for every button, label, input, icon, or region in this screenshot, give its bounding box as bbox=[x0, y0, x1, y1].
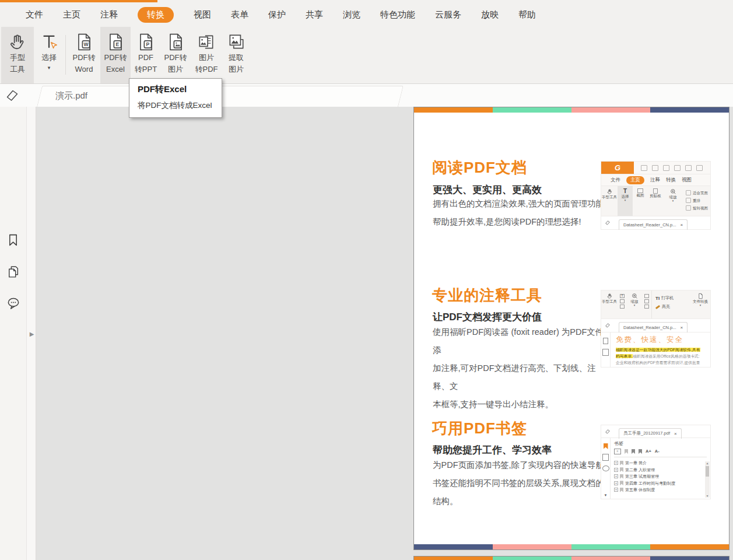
bookmark-tree: +第一章 简介 +第二章 入职管理 +第三章 试用期管理 +第四章 工作时间与考… bbox=[614, 460, 707, 494]
pdf-to-image-button[interactable]: PDF转 图片 bbox=[160, 27, 191, 83]
mini-zoom-icon bbox=[670, 188, 676, 195]
convert-toolbar: 手型 工具 选择 ▾ W PDF转 Word bbox=[0, 27, 733, 84]
extract-image-button[interactable]: 提取 图片 bbox=[222, 27, 251, 83]
pdf-to-excel-icon: E bbox=[106, 32, 125, 52]
thumb2-tool-stack-left: T bbox=[618, 290, 627, 318]
mini-clipboard-tool: 剪贴板 bbox=[648, 186, 663, 216]
menu-present[interactable]: 放映 bbox=[481, 9, 499, 20]
mini-tab-convert: 转换 bbox=[666, 177, 676, 184]
thumb1-window-icons bbox=[634, 162, 710, 174]
select-tool-button[interactable]: 选择 ▾ bbox=[35, 27, 63, 83]
bookmark-tree-item: +第四章 工作时间与考勤制度 bbox=[614, 480, 707, 487]
menu-cloud[interactable]: 云服务 bbox=[435, 9, 461, 20]
menu-home[interactable]: 主页 bbox=[63, 9, 80, 20]
image-to-pdf-button[interactable]: 图片 转PDF bbox=[191, 27, 222, 83]
image-to-pdf-icon bbox=[197, 32, 216, 52]
mini-zoom-icon bbox=[632, 293, 638, 299]
image-to-pdf-label-1: 图片 bbox=[199, 52, 214, 64]
mini-zoom-tool: 缩放 ▾ bbox=[665, 186, 681, 216]
thumb2-doc-tab: Datasheet_Reader_CN.p... × bbox=[619, 322, 688, 332]
colorbar-segment-orange bbox=[650, 544, 729, 550]
comment-bubble-icon bbox=[6, 296, 21, 311]
mini-pages-icon bbox=[602, 349, 609, 356]
panel-expander-handle[interactable]: ▶ bbox=[28, 328, 36, 340]
thumb2-doc-tab-row: Datasheet_Reader_CN.p... × bbox=[601, 319, 711, 332]
menu-browse[interactable]: 浏览 bbox=[343, 9, 360, 20]
menu-view[interactable]: 视图 bbox=[194, 9, 211, 20]
pdf-to-image-label-1: PDF转 bbox=[164, 52, 187, 64]
pdf-to-word-button[interactable]: W PDF转 Word bbox=[68, 27, 100, 83]
tooltip-description: 将PDF文档转成Excel bbox=[138, 100, 213, 111]
mini-file-convert-tool: 文件转换 ▾ bbox=[692, 290, 709, 318]
select-dropdown-icon[interactable]: ▾ bbox=[48, 65, 51, 70]
mini-scrollbar: ▲ ▼ bbox=[705, 461, 710, 498]
comments-panel-button[interactable] bbox=[0, 292, 26, 315]
thumb1-doc-tab: Datasheet_Reader_CN.p... × bbox=[619, 219, 688, 230]
mini-comment-icon bbox=[602, 466, 609, 471]
colorbar-segment-teal bbox=[493, 107, 571, 113]
thumb3-bookmark-panel: 书签 ≡ A+ A- +第一章 简介 bbox=[611, 438, 710, 499]
bookmarks-panel-button[interactable] bbox=[0, 228, 26, 251]
mini-hand-tool: 手型工具 bbox=[601, 186, 618, 216]
bookmark-tree-item: +第一章 简介 bbox=[614, 460, 707, 467]
mini-save-icon bbox=[652, 165, 658, 171]
extract-image-label-2: 图片 bbox=[229, 64, 244, 75]
bookmark-tree-item: +第五章 休假制度 bbox=[614, 487, 707, 494]
hand-tool-button[interactable]: 手型 工具 bbox=[1, 27, 34, 83]
thumb1-menu-tabs: 文件 主页 注释 转换 视图 bbox=[601, 174, 711, 186]
menu-share[interactable]: 共享 bbox=[306, 9, 323, 20]
menu-protect[interactable]: 保护 bbox=[268, 9, 286, 20]
mini-select-icon: T bbox=[620, 294, 625, 298]
colorbar-segment-navy bbox=[414, 544, 493, 550]
mini-bookmark-icon-active bbox=[604, 443, 608, 449]
menu-convert-active[interactable]: 转换 bbox=[138, 7, 174, 23]
thumb1-doc-tab-row: Datasheet_Reader_CN.p... × bbox=[601, 216, 711, 230]
mini-hand-icon bbox=[606, 188, 613, 195]
colorbar-segment-orange bbox=[414, 556, 493, 560]
pdf-to-excel-button[interactable]: E PDF转 Excel bbox=[100, 27, 131, 83]
menu-file[interactable]: 文件 bbox=[26, 9, 43, 20]
pdf-to-excel-label-2: Excel bbox=[106, 64, 125, 75]
section2-heading: 专业的注释工具 bbox=[432, 285, 542, 306]
mini-font-increase-icon: A+ bbox=[646, 449, 651, 454]
extract-image-label-1: 提取 bbox=[229, 52, 244, 64]
pdf-to-word-label-2: Word bbox=[75, 64, 93, 75]
pdf-to-excel-label-1: PDF转 bbox=[104, 52, 127, 64]
thumb2-nav-rail bbox=[601, 332, 611, 367]
mini-zoom-tool: 缩放 ▾ bbox=[627, 290, 642, 318]
colorbar-segment-orange bbox=[414, 107, 493, 113]
menu-features[interactable]: 特色功能 bbox=[380, 9, 415, 20]
thumb1-foxit-logo: G bbox=[601, 162, 634, 174]
menu-form[interactable]: 表单 bbox=[231, 9, 248, 20]
screenshot-thumb-bookmark-ui: 员工手册_20120917.pdf × ▼ 书签 ≡ bbox=[601, 425, 711, 499]
pdf-to-image-icon bbox=[166, 32, 185, 52]
pdf-page: 阅读PDF文档 更强大、更实用、更高效 拥有出色的文档渲染效果,强大的页面管理功… bbox=[413, 107, 730, 550]
section2-subheading: 让PDF文档发挥更大价值 bbox=[433, 310, 542, 324]
mini-fitpage-icon bbox=[644, 294, 649, 298]
thumb3-nav-rail: ▼ bbox=[601, 438, 611, 499]
mini-highlighter-icon bbox=[655, 304, 660, 309]
mini-rotate-icon bbox=[644, 304, 649, 309]
pdf-to-ppt-label-1: PDF bbox=[138, 52, 153, 64]
colorbar-segment-teal bbox=[571, 544, 650, 550]
pdf-to-ppt-icon: P bbox=[136, 32, 156, 52]
pdf-to-ppt-button[interactable]: P PDF 转PPT bbox=[132, 27, 160, 83]
menu-comment[interactable]: 注释 bbox=[100, 9, 118, 20]
highlighted-text-line2: 档与表单. bbox=[616, 354, 633, 358]
pages-panel-button[interactable] bbox=[0, 260, 26, 283]
document-canvas[interactable]: 阅读PDF文档 更强大、更实用、更高效 拥有出色的文档渲染效果,强大的页面管理功… bbox=[36, 107, 733, 560]
mini-tab-view: 视图 bbox=[682, 177, 692, 184]
hand-tool-label-1: 手型 bbox=[10, 52, 25, 64]
section2-body: 使用福昕PDF阅读器 (foxit reader) 为PDF文件添 加注释,可对… bbox=[433, 323, 608, 414]
document-tab-label[interactable]: 演示.pdf bbox=[55, 90, 87, 102]
pages-icon bbox=[6, 264, 20, 279]
mini-scroll-down-icon: ▼ bbox=[706, 494, 709, 498]
menu-help[interactable]: 帮助 bbox=[518, 9, 536, 20]
thumb1-view-options: 适合页面 重排 旋转视图 bbox=[686, 186, 710, 216]
mini-doc-icon bbox=[697, 293, 704, 299]
highlighter-pencil-icon[interactable] bbox=[5, 88, 20, 103]
select-tool-label: 选择 bbox=[41, 52, 57, 64]
mini-export-icon bbox=[674, 165, 681, 171]
mini-highlight-tool: 高亮 bbox=[655, 304, 674, 310]
mini-select-tool: T 选择 ▾ bbox=[618, 186, 633, 216]
